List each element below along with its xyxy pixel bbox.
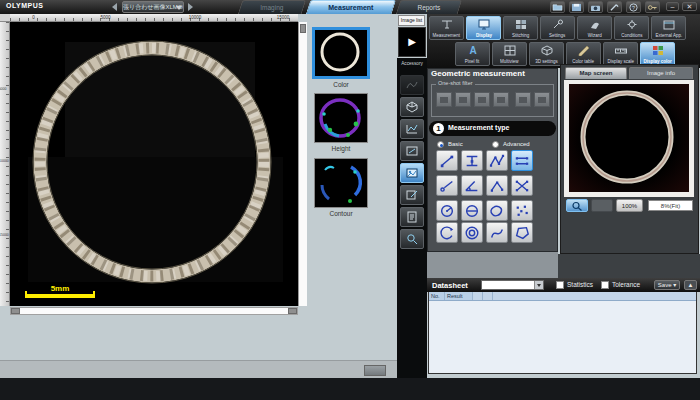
tool-circle-radius[interactable]: [436, 200, 458, 221]
ribbon-conditions-button[interactable]: Conditions: [614, 16, 649, 40]
tool-closed-curve[interactable]: [486, 200, 508, 221]
scrollbar-handle[interactable]: [11, 308, 20, 314]
tool-point-count[interactable]: [511, 200, 533, 221]
tool-parallel-constraint[interactable]: [461, 150, 483, 171]
one-shot-filter-button[interactable]: [436, 92, 452, 107]
chevron-down-icon[interactable]: [534, 281, 543, 289]
horizontal-scrollbar[interactable]: [10, 307, 298, 315]
statistics-checkbox[interactable]: [556, 281, 564, 289]
prev-image-arrow-icon[interactable]: [112, 3, 117, 11]
one-shot-filter-button[interactable]: [455, 92, 471, 107]
tool-line[interactable]: [436, 150, 458, 171]
titlebar: OLYMPUS 張り合わせ画像XLMOB Imaging Measurement…: [0, 0, 700, 14]
ribbon-display-scale-button[interactable]: Display scale: [603, 42, 638, 66]
image-document-tab[interactable]: 張り合わせ画像XLMOB: [122, 1, 184, 13]
ribbon-external-app-button[interactable]: External App.: [651, 16, 686, 40]
one-shot-filter-button[interactable]: [534, 92, 550, 107]
tolerance-checkbox[interactable]: [601, 281, 609, 289]
image-list-expand-button[interactable]: ▶: [398, 27, 426, 57]
camera-icon[interactable]: [588, 1, 603, 13]
app-window: OLYMPUS 張り合わせ画像XLMOB Imaging Measurement…: [0, 0, 700, 400]
collapse-panel-button[interactable]: ▲: [684, 280, 697, 290]
scrollbar-handle[interactable]: [288, 308, 297, 314]
ribbon-settings-button[interactable]: Settings: [540, 16, 575, 40]
tab-map-screen[interactable]: Map screen: [565, 67, 627, 79]
key-icon[interactable]: [645, 1, 660, 13]
image-list-button[interactable]: Image list: [398, 15, 425, 26]
accessory-report-button[interactable]: [400, 207, 424, 227]
measurement-type-title: Measurement type: [448, 124, 509, 131]
thumbnail-contour[interactable]: [314, 158, 368, 208]
tool-angle[interactable]: [461, 175, 483, 196]
accessory-3d-view-button[interactable]: [400, 97, 424, 117]
tool-arc[interactable]: [436, 222, 458, 243]
tab-reports[interactable]: Reports: [396, 0, 463, 14]
chevron-down-icon[interactable]: [176, 6, 182, 10]
one-shot-filter-button[interactable]: [474, 92, 490, 107]
accessory-profile-button[interactable]: [400, 119, 424, 139]
tool-polyline[interactable]: [486, 150, 508, 171]
accessory-image-display-button[interactable]: [400, 163, 424, 183]
map-pan-button[interactable]: [591, 199, 613, 212]
radio-advanced[interactable]: [492, 141, 499, 148]
vertical-scrollbar[interactable]: [298, 22, 307, 306]
taskbar: e X P W ˄ A 13:17 2019/09/14: [0, 378, 700, 400]
tool-polygon[interactable]: [511, 222, 533, 243]
ribbon-pixel-fit-button[interactable]: APixel fit: [455, 42, 490, 66]
close-button[interactable]: ✕: [682, 2, 697, 11]
one-shot-filter-button[interactable]: [515, 92, 531, 107]
tool-concentric-circles[interactable]: [461, 222, 483, 243]
column-result[interactable]: Result: [445, 292, 473, 300]
accessory-edit-button[interactable]: [400, 185, 424, 205]
ribbon-measurement-button[interactable]: Measurement: [429, 16, 464, 40]
ribbon-display-button[interactable]: Display: [466, 16, 501, 40]
ribbon-stitching-button[interactable]: Stitching: [503, 16, 538, 40]
column-no[interactable]: No.: [429, 292, 445, 300]
save-button[interactable]: Save ▾: [654, 280, 680, 290]
tool-angle-4-point[interactable]: [511, 175, 533, 196]
ribbon-multiview-button[interactable]: Multiview: [492, 42, 527, 66]
ruler-horizontal: 0 5000 10000 15000: [10, 14, 298, 22]
tools-icon[interactable]: [607, 1, 622, 13]
datasheet-select[interactable]: [481, 280, 544, 290]
minimize-button[interactable]: –: [666, 2, 679, 11]
tool-circle-diameter[interactable]: [461, 200, 483, 221]
tool-parallel-lines[interactable]: [511, 150, 533, 171]
column-blank: [473, 292, 483, 300]
tool-angle-3-point[interactable]: [486, 175, 508, 196]
tool-open-curve[interactable]: [486, 222, 508, 243]
help-icon[interactable]: ?: [626, 1, 641, 13]
scrollbar-handle[interactable]: [300, 24, 306, 33]
ribbon-wizard-button[interactable]: Wizard: [577, 16, 612, 40]
one-shot-filter-button[interactable]: [493, 92, 509, 107]
next-image-arrow-icon[interactable]: [188, 3, 193, 11]
save-icon[interactable]: [569, 1, 584, 13]
accessory-3d-measure-button[interactable]: [400, 75, 424, 95]
statistics-label: Statistics: [567, 281, 593, 288]
map-zoom-100-button[interactable]: 100%: [616, 199, 643, 212]
accessory-annotation-button[interactable]: [400, 141, 424, 161]
tool-point-to-line[interactable]: [436, 175, 458, 196]
map-thumbnail-image[interactable]: [569, 84, 689, 192]
tab-imaging[interactable]: Imaging: [238, 0, 307, 14]
viewer-bottom-strip: [0, 360, 397, 378]
svg-text:A: A: [469, 45, 476, 56]
accessory-zoom-button[interactable]: [400, 229, 424, 249]
image-canvas[interactable]: 5mm: [10, 22, 298, 306]
thumbnail-color-label: Color: [311, 81, 371, 88]
map-zoom-fit-value[interactable]: 8%(Fit): [648, 200, 693, 211]
ribbon-display-color-button[interactable]: Display color: [640, 42, 675, 66]
open-folder-icon[interactable]: [550, 1, 565, 13]
thumbnail-color[interactable]: [312, 27, 370, 79]
scale-bar-line: [25, 294, 95, 298]
ribbon-3d-settings-button[interactable]: 3D settings: [529, 42, 564, 66]
viewer-options-button[interactable]: [364, 365, 386, 376]
map-zoom-button[interactable]: [566, 199, 588, 212]
tab-image-info[interactable]: Image info: [629, 67, 693, 79]
radio-basic[interactable]: [437, 141, 444, 148]
tab-measurement[interactable]: Measurement: [306, 0, 397, 14]
thumbnail-height[interactable]: [314, 93, 368, 143]
tolerance-label: Tolerance: [612, 281, 640, 288]
ribbon-color-table-button[interactable]: Color table: [566, 42, 601, 66]
radio-basic-label: Basic: [448, 141, 463, 147]
